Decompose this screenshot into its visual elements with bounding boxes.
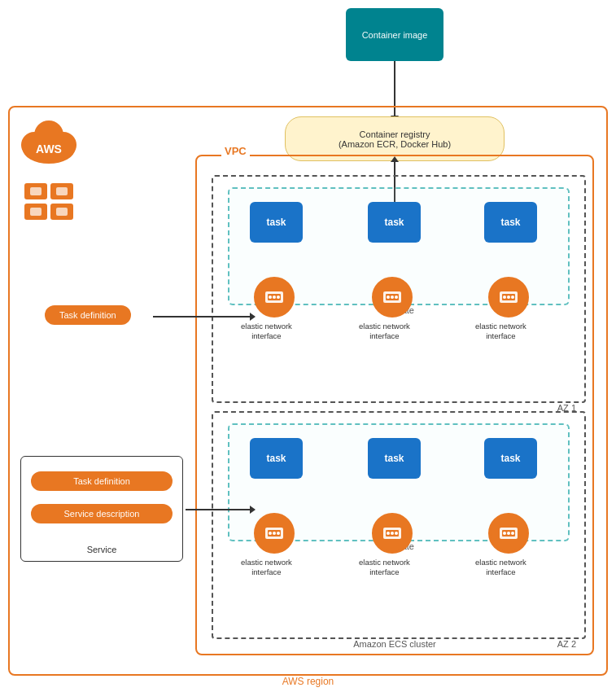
eni-az2-2 — [372, 513, 413, 554]
task-definition-label-1: Task definition — [59, 310, 116, 320]
eni-az2-2-label: elastic networkinterface — [359, 558, 410, 578]
svg-rect-11 — [30, 208, 42, 216]
service-box: Task definition Service description Serv… — [20, 456, 183, 562]
svg-point-16 — [273, 296, 276, 299]
vpc-label: VPC — [221, 145, 250, 157]
svg-point-27 — [511, 296, 514, 299]
svg-rect-10 — [56, 187, 68, 195]
svg-point-31 — [273, 532, 276, 535]
svg-point-30 — [269, 532, 272, 535]
arrow-service-to-az2 — [186, 509, 251, 510]
svg-point-22 — [395, 296, 398, 299]
svg-point-25 — [503, 296, 506, 299]
svg-text:AWS: AWS — [36, 142, 62, 155]
eni-az1-1 — [254, 277, 295, 318]
service-description-pill[interactable]: Service description — [31, 504, 173, 523]
svg-point-36 — [391, 532, 394, 535]
svg-point-41 — [507, 532, 510, 535]
eni-az2-1 — [254, 513, 295, 554]
service-description-label: Service description — [64, 509, 140, 519]
task-az2-1: task — [250, 438, 303, 479]
eni-az2-3-label: elastic networkinterface — [475, 558, 526, 578]
svg-point-40 — [503, 532, 506, 535]
eni-az1-2-label: elastic networkinterface — [359, 322, 410, 342]
eni-az2-3 — [488, 513, 529, 554]
container-image-label: Container image — [362, 30, 428, 40]
task-az1-2: task — [368, 202, 421, 243]
svg-point-26 — [507, 296, 510, 299]
svg-rect-9 — [30, 187, 42, 195]
ecs-icon — [20, 179, 77, 224]
az2-label: AZ 2 — [557, 639, 576, 649]
svg-point-21 — [391, 296, 394, 299]
task-az2-3: task — [484, 438, 537, 479]
ecs-cluster-label: Amazon ECS cluster — [353, 639, 435, 649]
service-label: Service — [87, 545, 117, 554]
aws-cloud-icon: AWS — [16, 120, 81, 165]
task-az2-2: task — [368, 438, 421, 479]
task-definition-pill-1[interactable]: Task definition — [45, 305, 131, 325]
eni-az2-1-label: elastic networkinterface — [241, 558, 292, 578]
eni-az1-1-label: elastic networkinterface — [241, 322, 292, 342]
svg-point-35 — [387, 532, 390, 535]
svg-point-20 — [387, 296, 390, 299]
task-definition-label-service: Task definition — [73, 476, 130, 486]
eni-az1-3-label: elastic networkinterface — [475, 322, 526, 342]
svg-point-32 — [277, 532, 280, 535]
container-image-box: Container image — [346, 8, 443, 61]
task-definition-pill-service[interactable]: Task definition — [31, 471, 173, 491]
svg-point-17 — [277, 296, 280, 299]
arrow-taskdef-to-az1 — [153, 316, 251, 318]
svg-point-42 — [511, 532, 514, 535]
svg-point-15 — [269, 296, 272, 299]
svg-rect-12 — [56, 208, 68, 216]
task-az1-3: task — [484, 202, 537, 243]
eni-az1-2 — [372, 277, 413, 318]
diagram: Container image Container registry(Amazo… — [0, 0, 616, 692]
svg-point-37 — [395, 532, 398, 535]
eni-az1-3 — [488, 277, 529, 318]
aws-region-label: AWS region — [282, 676, 334, 687]
task-az1-1: task — [250, 202, 303, 243]
